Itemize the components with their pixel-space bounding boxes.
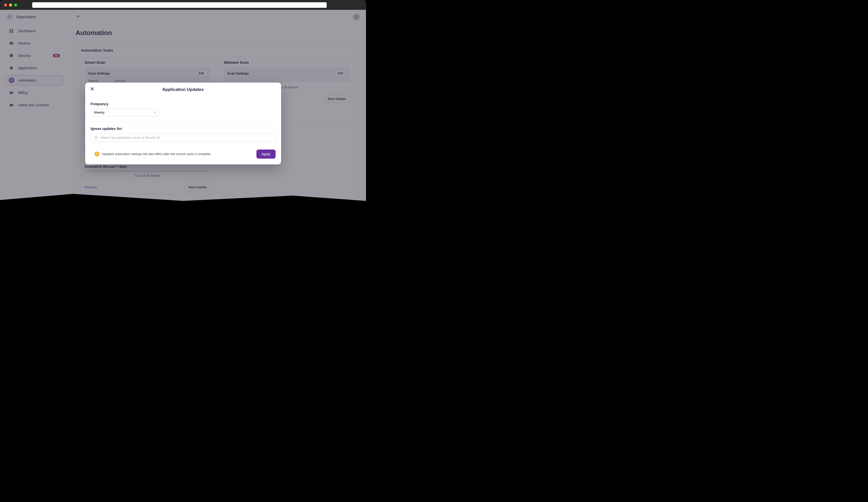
chevron-down-icon: ▾ bbox=[154, 111, 155, 114]
close-window-icon[interactable] bbox=[4, 3, 7, 7]
traffic-lights bbox=[4, 3, 17, 7]
frequency-label: Frequency bbox=[91, 102, 276, 106]
modal-body: Frequency Weekly ▾ Ignore updates for: bbox=[85, 97, 281, 144]
apply-button[interactable]: Apply bbox=[256, 149, 275, 159]
modal-footer: ! Updated automation settings will take … bbox=[85, 144, 281, 164]
frequency-value: Weekly bbox=[94, 111, 104, 114]
url-bar[interactable] bbox=[32, 2, 327, 8]
modal-title: Application Updates bbox=[90, 87, 276, 92]
minimize-window-icon[interactable] bbox=[9, 3, 12, 7]
ignore-search-input[interactable] bbox=[101, 136, 272, 139]
ignore-search-box[interactable] bbox=[91, 133, 276, 142]
search-icon bbox=[94, 135, 98, 139]
ignore-updates-label: Ignore updates for: bbox=[91, 127, 276, 130]
maximize-window-icon[interactable] bbox=[14, 3, 17, 7]
modal-header: Application Updates bbox=[85, 83, 281, 97]
frequency-select[interactable]: Weekly ▾ bbox=[91, 108, 159, 116]
divider bbox=[91, 122, 276, 122]
info-message: ! Updated automation settings will take … bbox=[91, 149, 215, 159]
browser-chrome bbox=[0, 0, 366, 10]
info-icon: ! bbox=[94, 151, 100, 157]
close-icon[interactable] bbox=[90, 87, 95, 92]
info-text: Updated automation settings will take ef… bbox=[102, 152, 211, 156]
application-updates-modal: Application Updates Frequency Weekly ▾ I… bbox=[85, 83, 281, 164]
